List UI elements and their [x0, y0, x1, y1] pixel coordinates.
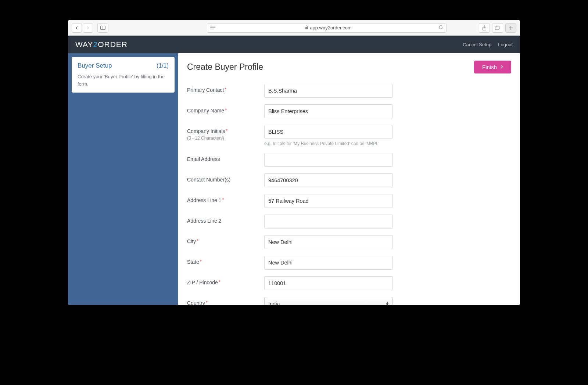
contact-numbers-label: Contact Number(s) [187, 177, 230, 183]
svg-rect-9 [495, 27, 499, 30]
logout-link[interactable]: Logout [498, 42, 513, 47]
plus-icon [509, 26, 513, 30]
country-label: Country [187, 300, 205, 305]
chevron-left-icon [75, 26, 79, 30]
back-button[interactable] [72, 23, 82, 33]
zip-label: ZIP / Pincode [187, 280, 218, 285]
email-input[interactable] [264, 153, 393, 167]
primary-contact-input[interactable] [264, 84, 393, 98]
contact-numbers-input[interactable] [264, 173, 393, 187]
email-label: Email Address [187, 156, 220, 162]
chevron-right-icon [86, 26, 90, 30]
app-logo: WAY2ORDER [75, 40, 128, 49]
app-header: WAY2ORDER Cancel Setup Logout [68, 36, 520, 53]
share-button[interactable] [479, 23, 490, 33]
setup-card: Buyer Setup (1/1) Create your 'Buyer Pro… [72, 57, 175, 93]
setup-description: Create your 'Buyer Profile' by filling i… [78, 73, 169, 87]
company-initials-hint: e.g. Initials for 'My Business Private L… [264, 141, 393, 146]
setup-count: (1/1) [157, 62, 169, 69]
chevron-right-icon [501, 64, 503, 70]
address1-input[interactable] [264, 194, 393, 208]
forward-button[interactable] [83, 23, 93, 33]
svg-rect-5 [305, 27, 308, 29]
cancel-setup-link[interactable]: Cancel Setup [463, 42, 491, 47]
page-title: Create Buyer Profile [187, 62, 263, 72]
company-name-input[interactable] [264, 104, 393, 118]
address1-label: Address Line 1 [187, 197, 221, 203]
url-text: app.way2order.com [218, 25, 438, 30]
url-bar[interactable]: app.way2order.com [207, 23, 447, 33]
browser-toolbar: app.way2order.com [68, 20, 520, 36]
city-label: City [187, 238, 196, 244]
finish-label: Finish [482, 64, 497, 70]
company-initials-label: Company Initials [187, 128, 225, 134]
state-input[interactable] [264, 256, 393, 270]
url-host: app.way2order.com [310, 25, 351, 30]
setup-title: Buyer Setup [78, 62, 112, 69]
primary-contact-label: Primary Contact [187, 87, 224, 93]
tabs-icon [495, 26, 500, 30]
new-tab-button[interactable] [505, 23, 516, 33]
app-body: Buyer Setup (1/1) Create your 'Buyer Pro… [68, 53, 520, 305]
state-label: State [187, 259, 199, 265]
share-icon [482, 25, 487, 30]
screen: app.way2order.com W [68, 20, 520, 305]
address2-input[interactable] [264, 215, 393, 229]
company-initials-input[interactable] [264, 125, 393, 139]
company-name-label: Company Name [187, 108, 224, 114]
address2-label: Address Line 2 [187, 218, 221, 224]
sidebar-icon [100, 26, 105, 30]
finish-button[interactable]: Finish [474, 61, 511, 73]
svg-rect-0 [101, 26, 105, 30]
reader-icon [210, 25, 215, 31]
company-initials-sublabel: (3 - 12 Characters) [187, 136, 264, 141]
refresh-icon[interactable] [438, 25, 443, 31]
city-input[interactable] [264, 235, 393, 249]
sidebar-toggle-button[interactable] [97, 23, 108, 33]
zip-input[interactable] [264, 276, 393, 290]
country-select[interactable]: India [264, 297, 393, 305]
tabs-button[interactable] [492, 23, 503, 33]
lock-icon [305, 25, 308, 30]
device-frame: app.way2order.com W [59, 11, 529, 314]
sidebar: Buyer Setup (1/1) Create your 'Buyer Pro… [68, 53, 178, 305]
main-content: Create Buyer Profile Finish Primary Cont… [178, 53, 520, 305]
